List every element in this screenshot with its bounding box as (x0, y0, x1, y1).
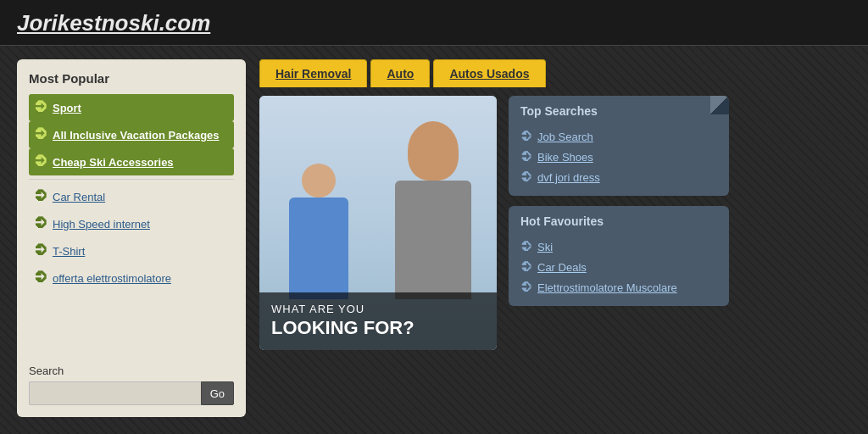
arrow-icon: ⮊ (520, 260, 532, 274)
arrow-icon: ⮊ (34, 189, 47, 204)
hot-favourites-title: Hot Favourites (520, 214, 717, 228)
person-man (276, 164, 361, 299)
sidebar-link-vacation[interactable]: All Inclusive Vacation Packages (53, 129, 220, 142)
top-search-link-job[interactable]: Job Search (537, 131, 593, 143)
sidebar-item-vacation[interactable]: ⮊ All Inclusive Vacation Packages (29, 121, 234, 148)
arrow-icon: ⮊ (34, 216, 47, 231)
top-search-link-dvf[interactable]: dvf jori dress (537, 171, 600, 184)
arrow-icon: ⮊ (520, 130, 532, 143)
sidebar-item-ski[interactable]: ⮊ Cheap Ski Accessories (29, 148, 234, 175)
center-content: Hair Removal Auto Autos Usados (259, 59, 851, 417)
sidebar-item-car-rental[interactable]: ⮊ Car Rental (29, 183, 234, 210)
person-man-head (302, 164, 336, 198)
sidebar-link-internet[interactable]: High Speed internet (53, 218, 150, 231)
right-panel: Top Searches ⮊ Job Search ⮊ Bike Shoes ⮊… (509, 96, 729, 306)
search-section: Search Go (29, 354, 234, 405)
sidebar: Most Popular ⮊ Sport ⮊ All Inclusive Vac… (17, 59, 246, 417)
sidebar-link-tshirt[interactable]: T-Shirt (53, 245, 85, 258)
tab-autos-usados[interactable]: Autos Usados (433, 59, 545, 87)
arrow-icon: ⮊ (34, 154, 47, 170)
sidebar-link-car-rental[interactable]: Car Rental (53, 191, 105, 203)
person-woman-hair (399, 113, 467, 185)
person-woman (378, 121, 488, 308)
hot-fav-ski[interactable]: ⮊ Ski (520, 236, 717, 257)
search-button[interactable]: Go (201, 381, 234, 405)
sidebar-item-tshirt[interactable]: ⮊ T-Shirt (29, 237, 234, 264)
sidebar-link-sport[interactable]: Sport (53, 102, 81, 114)
arrow-icon: ⮊ (520, 150, 532, 164)
hot-fav-link-ski[interactable]: Ski (537, 241, 553, 253)
banner-text-small: WHAT ARE YOU (271, 303, 485, 315)
hot-fav-link-elettro[interactable]: Elettrostimolatore Muscolare (537, 281, 677, 294)
header: Jorikestnoski.com (0, 0, 868, 46)
top-searches-box: Top Searches ⮊ Job Search ⮊ Bike Shoes ⮊… (509, 96, 729, 196)
arrow-icon: ⮊ (34, 243, 47, 259)
sidebar-links: ⮊ Sport ⮊ All Inclusive Vacation Package… (29, 94, 234, 292)
arrow-icon: ⮊ (520, 170, 532, 184)
hot-fav-link-car[interactable]: Car Deals (537, 261, 587, 274)
top-searches-title: Top Searches (520, 104, 717, 118)
site-title[interactable]: Jorikestnoski.com (17, 10, 210, 36)
top-search-bike[interactable]: ⮊ Bike Shoes (520, 147, 717, 167)
search-row: Go (29, 381, 234, 405)
tab-auto[interactable]: Auto (370, 59, 430, 87)
hot-fav-car[interactable]: ⮊ Car Deals (520, 257, 717, 277)
search-label: Search (29, 364, 234, 377)
sidebar-item-internet[interactable]: ⮊ High Speed internet (29, 210, 234, 237)
sidebar-link-ski[interactable]: Cheap Ski Accessories (53, 156, 174, 169)
person-woman-body (395, 181, 471, 299)
banner-text-overlay: WHAT ARE YOU LOOKING FOR? (259, 292, 497, 350)
main-content: Most Popular ⮊ Sport ⮊ All Inclusive Vac… (0, 46, 868, 431)
divider (29, 179, 234, 180)
hot-favourites-box: Hot Favourites ⮊ Ski ⮊ Car Deals ⮊ Elett… (509, 206, 729, 306)
top-search-link-bike[interactable]: Bike Shoes (537, 151, 593, 164)
hot-fav-elettro[interactable]: ⮊ Elettrostimolatore Muscolare (520, 277, 717, 298)
arrow-icon: ⮊ (34, 127, 47, 142)
person-woman-head (408, 121, 459, 181)
top-search-job[interactable]: ⮊ Job Search (520, 126, 717, 147)
search-input[interactable] (29, 381, 201, 405)
sidebar-item-sport[interactable]: ⮊ Sport (29, 94, 234, 121)
arrow-icon: ⮊ (520, 240, 532, 253)
arrow-icon: ⮊ (34, 270, 47, 286)
top-search-dvf[interactable]: ⮊ dvf jori dress (520, 167, 717, 187)
tabs-bar: Hair Removal Auto Autos Usados (259, 59, 851, 87)
center-row: WHAT ARE YOU LOOKING FOR? Top Searches ⮊… (259, 96, 851, 417)
right-panel-wrapper: Top Searches ⮊ Job Search ⮊ Bike Shoes ⮊… (509, 96, 729, 417)
tab-hair-removal[interactable]: Hair Removal (259, 59, 367, 87)
arrow-icon: ⮊ (520, 281, 532, 294)
arrow-icon: ⮊ (34, 100, 47, 115)
banner-image: WHAT ARE YOU LOOKING FOR? (259, 96, 497, 350)
person-man-body (289, 198, 348, 299)
banner-text-large: LOOKING FOR? (271, 318, 485, 338)
sidebar-title: Most Popular (29, 71, 234, 86)
sidebar-item-offerta[interactable]: ⮊ offerta elettrostimolatore (29, 264, 234, 292)
sidebar-link-offerta[interactable]: offerta elettrostimolatore (53, 272, 171, 285)
fold-corner-icon (710, 96, 729, 114)
